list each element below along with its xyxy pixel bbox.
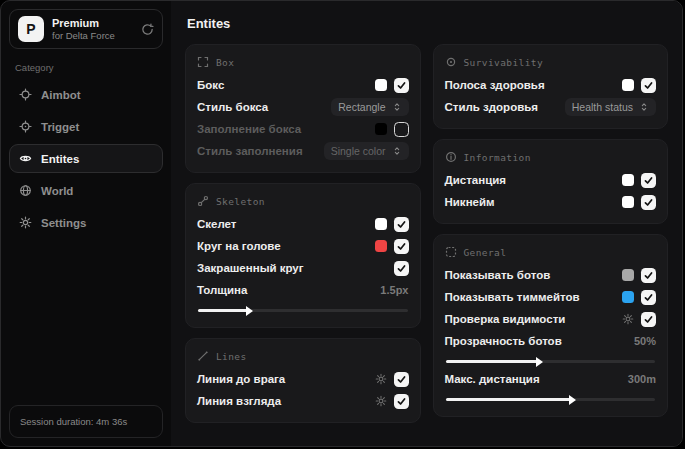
row-label: Скелет [197,218,237,230]
setting-row: Дистанция [445,169,657,191]
section-header: Survivability [445,56,657,68]
grid-dashed-icon [445,246,457,258]
section-card-box: BoxБоксСтиль боксаRectangleЗаполнение бо… [185,44,421,173]
color-swatch[interactable] [622,79,634,91]
color-swatch[interactable] [375,79,387,91]
section-card-survivability: SurvivabilityПолоса здоровьяСтиль здоров… [433,44,669,129]
slider-track[interactable] [446,360,656,363]
section-header: Skeleton [197,195,409,207]
brand-text: Premium for Delta Force [52,17,133,42]
slider-fill [446,398,572,401]
section-header: Box [197,56,409,68]
setting-row: Линия до врага [197,368,409,390]
globe-icon [19,184,32,197]
setting-row: Полоса здоровья [445,74,657,96]
row-label: Проверка видимости [445,313,566,325]
checkbox[interactable] [641,268,656,283]
row-controls [622,312,656,327]
checkbox[interactable] [641,173,656,188]
checkbox[interactable] [641,290,656,305]
section-card-skeleton: SkeletonСкелетКруг на головеЗакрашенный … [185,183,421,328]
sync-icon[interactable] [141,23,154,36]
color-swatch[interactable] [622,196,634,208]
columns: BoxБоксСтиль боксаRectangleЗаполнение бо… [185,44,668,423]
checkbox[interactable] [641,312,656,327]
sidebar-item-aimbot[interactable]: Aimbot [9,80,163,109]
checkbox[interactable] [394,122,409,137]
slider-setting-row: Макс. дистанция300m [445,368,657,390]
select-value: Rectangle [338,101,385,113]
sidebar-nav: Aimbot Trigget Entites World Settings [9,80,163,237]
row-controls [622,195,656,210]
sidebar-item-label: Trigget [41,121,79,133]
checkbox[interactable] [394,394,409,409]
sidebar-item-trigget[interactable]: Trigget [9,112,163,141]
row-label: Макс. дистанция [445,373,540,385]
slider-fill [198,309,248,312]
row-controls [622,173,656,188]
section-header: Information [445,151,657,163]
column-left: BoxБоксСтиль боксаRectangleЗаполнение бо… [185,44,421,423]
section-card-information: InformationДистанцияНикнейм [433,139,669,224]
section-title: Information [464,152,531,163]
gear-icon[interactable] [375,395,387,407]
row-controls: Rectangle [331,98,408,116]
row-label: Линия взгляда [197,395,281,407]
page-title: Entites [187,16,668,31]
sidebar-item-world[interactable]: World [9,176,163,205]
dropdown-survivability-1[interactable]: Health status [565,98,656,116]
setting-row: Заполнение бокса [197,118,409,140]
checkbox[interactable] [394,217,409,232]
color-swatch[interactable] [375,123,387,135]
checkbox[interactable] [394,78,409,93]
section-header: Lines [197,350,409,362]
slider-track[interactable] [446,398,656,401]
slider-fill [446,360,538,363]
setting-row: Показывать тиммейтов [445,286,657,308]
slider-setting-row: Толщина1.5px [197,279,409,301]
setting-row: Круг на голове [197,235,409,257]
row-label: Закрашенный круг [197,262,304,274]
dropdown-box-3[interactable]: Single color [324,142,409,160]
checkbox[interactable] [394,261,409,276]
app-logo: P [18,16,44,42]
eye-scan-icon [19,152,32,165]
main-panel: Entites BoxБоксСтиль боксаRectangleЗапол… [171,1,682,446]
slider-thumb[interactable] [536,357,543,367]
sidebar-item-label: Settings [41,217,86,229]
setting-row: Показывать ботов [445,264,657,286]
row-controls [375,78,409,93]
gear-icon[interactable] [375,373,387,385]
row-controls [622,78,656,93]
row-controls [622,268,656,283]
row-controls [375,217,409,232]
color-swatch[interactable] [622,174,634,186]
line-icon [197,350,209,362]
checkbox[interactable] [641,195,656,210]
color-swatch[interactable] [375,218,387,230]
dropdown-box-1[interactable]: Rectangle [331,98,408,116]
row-label: Показывать тиммейтов [445,291,580,303]
checkbox[interactable] [394,239,409,254]
color-swatch[interactable] [375,240,387,252]
setting-row: Стиль заполненияSingle color [197,140,409,162]
row-controls [375,239,409,254]
sidebar-item-settings[interactable]: Settings [9,208,163,237]
slider-track[interactable] [198,309,408,312]
gear-icon[interactable] [622,313,634,325]
sidebar-item-entites[interactable]: Entites [9,144,163,173]
color-swatch[interactable] [622,291,634,303]
section-title: Survivability [464,57,544,68]
row-label: Заполнение бокса [197,123,301,135]
sidebar-item-label: World [41,185,73,197]
column-right: SurvivabilityПолоса здоровьяСтиль здоров… [433,44,669,423]
color-swatch[interactable] [622,269,634,281]
app-window: P Premium for Delta Force Category Aimbo… [0,0,683,447]
checkbox[interactable] [394,372,409,387]
row-label: Толщина [197,284,247,296]
row-label: Дистанция [445,174,506,186]
checkbox[interactable] [641,78,656,93]
slider-thumb[interactable] [246,306,253,316]
setting-row: Никнейм [445,191,657,213]
slider-thumb[interactable] [569,395,576,405]
